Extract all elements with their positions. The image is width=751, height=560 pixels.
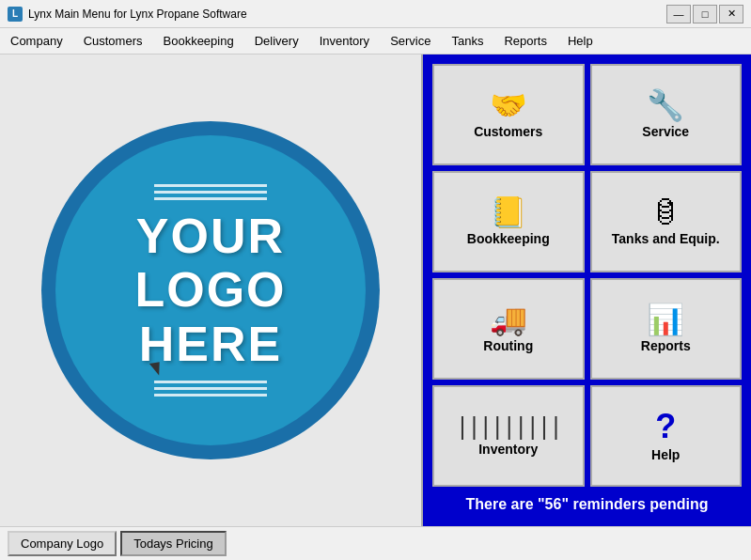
logo-bottom-lines <box>154 381 267 397</box>
help-icon: ? <box>655 410 676 443</box>
reminders-text: There are "56" reminders pending <box>432 487 742 517</box>
bottom-bar: Company Logo Todays Pricing <box>0 526 751 560</box>
window-controls: — □ ✕ <box>666 5 743 23</box>
right-panel: 🤝 Customers 🔧 Service 📒 Bookkeeping 🛢 Ta… <box>423 54 751 526</box>
bookkeeping-button[interactable]: 📒 Bookkeeping <box>432 171 585 272</box>
menu-bookkeeping[interactable]: Bookkeeping <box>153 28 244 54</box>
logo-top-lines <box>154 184 267 200</box>
tanks-icon: 🛢 <box>650 197 681 227</box>
tanks-label: Tanks and Equip. <box>612 231 720 246</box>
menu-customers[interactable]: Customers <box>73 28 153 54</box>
logo-line-5 <box>154 387 267 390</box>
inventory-icon: ||||||||| <box>456 415 561 438</box>
menu-company[interactable]: Company <box>0 28 73 54</box>
reports-button[interactable]: 📊 Reports <box>590 278 743 380</box>
customers-icon: 🤝 <box>490 90 527 120</box>
grid-buttons: 🤝 Customers 🔧 Service 📒 Bookkeeping 🛢 Ta… <box>432 64 742 487</box>
close-button[interactable]: ✕ <box>719 5 743 23</box>
routing-label: Routing <box>483 338 533 353</box>
routing-icon: 🚚 <box>490 304 527 334</box>
bookkeeping-icon: 📒 <box>490 197 527 227</box>
logo-line-logo: LOGO <box>134 263 286 317</box>
reports-icon: 📊 <box>647 304 684 334</box>
service-icon: 🔧 <box>647 90 684 120</box>
app-icon: L <box>8 7 23 22</box>
logo-line-2 <box>154 191 267 194</box>
main-content: YOUR LOGO HERE 🤝 Customers <box>0 54 751 526</box>
inventory-label: Inventory <box>478 442 538 457</box>
maximize-button[interactable]: □ <box>693 5 717 23</box>
todays-pricing-button[interactable]: Todays Pricing <box>120 531 227 556</box>
help-label: Help <box>651 447 680 462</box>
logo-line-6 <box>154 394 267 397</box>
title-bar: L Lynx Main Menu for Lynx Propane Softwa… <box>0 0 751 28</box>
menu-bar: Company Customers Bookkeeping Delivery I… <box>0 28 751 54</box>
reports-label: Reports <box>641 338 691 353</box>
minimize-button[interactable]: — <box>666 5 691 23</box>
logo-panel: YOUR LOGO HERE <box>0 54 423 526</box>
tanks-button[interactable]: 🛢 Tanks and Equip. <box>590 171 743 272</box>
menu-tanks[interactable]: Tanks <box>441 28 493 54</box>
inventory-button[interactable]: ||||||||| Inventory <box>432 385 585 487</box>
menu-delivery[interactable]: Delivery <box>244 28 309 54</box>
help-button[interactable]: ? Help <box>590 385 743 487</box>
cursor <box>149 362 162 377</box>
logo-line-4 <box>154 381 267 383</box>
menu-help[interactable]: Help <box>557 28 603 54</box>
company-logo-button[interactable]: Company Logo <box>8 531 117 556</box>
menu-inventory[interactable]: Inventory <box>309 28 380 54</box>
window-title: Lynx Main Menu for Lynx Propane Software <box>28 8 666 21</box>
service-button[interactable]: 🔧 Service <box>590 64 743 165</box>
logo-line-1 <box>154 184 267 187</box>
logo-outer-circle: YOUR LOGO HERE <box>41 121 380 459</box>
logo-text: YOUR LOGO HERE <box>134 210 286 371</box>
logo-inner-circle: YOUR LOGO HERE <box>55 135 366 445</box>
service-label: Service <box>642 124 689 139</box>
bookkeeping-label: Bookkeeping <box>467 231 550 246</box>
logo-line-3 <box>154 197 267 200</box>
customers-button[interactable]: 🤝 Customers <box>432 64 585 165</box>
customers-label: Customers <box>474 124 542 139</box>
logo-line-your: YOUR <box>134 210 286 263</box>
routing-button[interactable]: 🚚 Routing <box>432 278 585 380</box>
menu-reports[interactable]: Reports <box>493 28 557 54</box>
menu-service[interactable]: Service <box>380 28 441 54</box>
